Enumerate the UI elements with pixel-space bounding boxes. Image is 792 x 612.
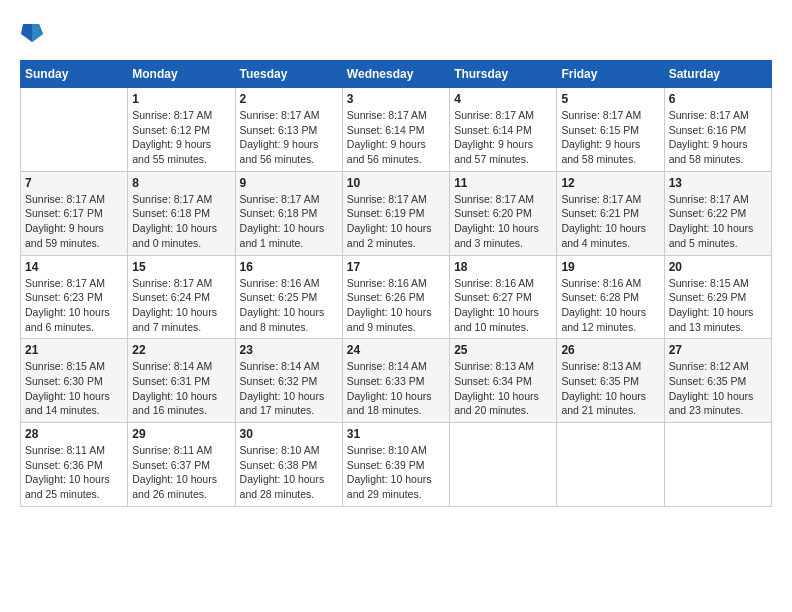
day-cell: 5Sunrise: 8:17 AMSunset: 6:15 PMDaylight… <box>557 88 664 172</box>
day-info: Sunrise: 8:16 AMSunset: 6:25 PMDaylight:… <box>240 276 338 335</box>
day-info: Sunrise: 8:17 AMSunset: 6:12 PMDaylight:… <box>132 108 230 167</box>
day-info: Sunrise: 8:17 AMSunset: 6:24 PMDaylight:… <box>132 276 230 335</box>
day-info: Sunrise: 8:17 AMSunset: 6:16 PMDaylight:… <box>669 108 767 167</box>
day-number: 15 <box>132 260 230 274</box>
day-number: 25 <box>454 343 552 357</box>
day-cell: 9Sunrise: 8:17 AMSunset: 6:18 PMDaylight… <box>235 171 342 255</box>
day-cell: 25Sunrise: 8:13 AMSunset: 6:34 PMDayligh… <box>450 339 557 423</box>
day-info: Sunrise: 8:16 AMSunset: 6:26 PMDaylight:… <box>347 276 445 335</box>
day-number: 7 <box>25 176 123 190</box>
day-info: Sunrise: 8:17 AMSunset: 6:19 PMDaylight:… <box>347 192 445 251</box>
day-cell: 24Sunrise: 8:14 AMSunset: 6:33 PMDayligh… <box>342 339 449 423</box>
day-info: Sunrise: 8:16 AMSunset: 6:27 PMDaylight:… <box>454 276 552 335</box>
day-cell <box>664 423 771 507</box>
week-row-4: 28Sunrise: 8:11 AMSunset: 6:36 PMDayligh… <box>21 423 772 507</box>
col-wednesday: Wednesday <box>342 61 449 88</box>
day-cell: 10Sunrise: 8:17 AMSunset: 6:19 PMDayligh… <box>342 171 449 255</box>
day-info: Sunrise: 8:17 AMSunset: 6:22 PMDaylight:… <box>669 192 767 251</box>
col-tuesday: Tuesday <box>235 61 342 88</box>
day-cell: 21Sunrise: 8:15 AMSunset: 6:30 PMDayligh… <box>21 339 128 423</box>
day-number: 5 <box>561 92 659 106</box>
header-row: Sunday Monday Tuesday Wednesday Thursday… <box>21 61 772 88</box>
day-info: Sunrise: 8:16 AMSunset: 6:28 PMDaylight:… <box>561 276 659 335</box>
page-header <box>20 20 772 44</box>
week-row-1: 7Sunrise: 8:17 AMSunset: 6:17 PMDaylight… <box>21 171 772 255</box>
day-number: 29 <box>132 427 230 441</box>
day-info: Sunrise: 8:14 AMSunset: 6:32 PMDaylight:… <box>240 359 338 418</box>
day-cell <box>557 423 664 507</box>
day-number: 12 <box>561 176 659 190</box>
day-info: Sunrise: 8:17 AMSunset: 6:21 PMDaylight:… <box>561 192 659 251</box>
day-cell: 6Sunrise: 8:17 AMSunset: 6:16 PMDaylight… <box>664 88 771 172</box>
day-info: Sunrise: 8:13 AMSunset: 6:34 PMDaylight:… <box>454 359 552 418</box>
day-cell: 18Sunrise: 8:16 AMSunset: 6:27 PMDayligh… <box>450 255 557 339</box>
logo <box>20 20 44 44</box>
day-cell <box>450 423 557 507</box>
day-cell: 30Sunrise: 8:10 AMSunset: 6:38 PMDayligh… <box>235 423 342 507</box>
day-info: Sunrise: 8:17 AMSunset: 6:14 PMDaylight:… <box>347 108 445 167</box>
day-cell: 27Sunrise: 8:12 AMSunset: 6:35 PMDayligh… <box>664 339 771 423</box>
day-number: 22 <box>132 343 230 357</box>
day-info: Sunrise: 8:14 AMSunset: 6:33 PMDaylight:… <box>347 359 445 418</box>
svg-marker-1 <box>32 24 43 42</box>
day-cell: 7Sunrise: 8:17 AMSunset: 6:17 PMDaylight… <box>21 171 128 255</box>
day-number: 23 <box>240 343 338 357</box>
day-cell: 31Sunrise: 8:10 AMSunset: 6:39 PMDayligh… <box>342 423 449 507</box>
day-info: Sunrise: 8:10 AMSunset: 6:38 PMDaylight:… <box>240 443 338 502</box>
day-info: Sunrise: 8:17 AMSunset: 6:20 PMDaylight:… <box>454 192 552 251</box>
day-info: Sunrise: 8:17 AMSunset: 6:18 PMDaylight:… <box>132 192 230 251</box>
day-number: 13 <box>669 176 767 190</box>
day-cell: 23Sunrise: 8:14 AMSunset: 6:32 PMDayligh… <box>235 339 342 423</box>
day-cell: 19Sunrise: 8:16 AMSunset: 6:28 PMDayligh… <box>557 255 664 339</box>
day-cell: 16Sunrise: 8:16 AMSunset: 6:25 PMDayligh… <box>235 255 342 339</box>
day-number: 24 <box>347 343 445 357</box>
day-number: 21 <box>25 343 123 357</box>
day-cell: 13Sunrise: 8:17 AMSunset: 6:22 PMDayligh… <box>664 171 771 255</box>
day-info: Sunrise: 8:12 AMSunset: 6:35 PMDaylight:… <box>669 359 767 418</box>
day-number: 9 <box>240 176 338 190</box>
day-cell: 14Sunrise: 8:17 AMSunset: 6:23 PMDayligh… <box>21 255 128 339</box>
col-monday: Monday <box>128 61 235 88</box>
day-cell: 26Sunrise: 8:13 AMSunset: 6:35 PMDayligh… <box>557 339 664 423</box>
col-sunday: Sunday <box>21 61 128 88</box>
day-number: 31 <box>347 427 445 441</box>
day-number: 6 <box>669 92 767 106</box>
week-row-3: 21Sunrise: 8:15 AMSunset: 6:30 PMDayligh… <box>21 339 772 423</box>
day-info: Sunrise: 8:13 AMSunset: 6:35 PMDaylight:… <box>561 359 659 418</box>
day-number: 20 <box>669 260 767 274</box>
day-number: 18 <box>454 260 552 274</box>
day-number: 26 <box>561 343 659 357</box>
day-number: 10 <box>347 176 445 190</box>
day-number: 17 <box>347 260 445 274</box>
day-number: 30 <box>240 427 338 441</box>
day-cell: 17Sunrise: 8:16 AMSunset: 6:26 PMDayligh… <box>342 255 449 339</box>
calendar-table: Sunday Monday Tuesday Wednesday Thursday… <box>20 60 772 507</box>
day-info: Sunrise: 8:14 AMSunset: 6:31 PMDaylight:… <box>132 359 230 418</box>
day-number: 3 <box>347 92 445 106</box>
day-cell: 4Sunrise: 8:17 AMSunset: 6:14 PMDaylight… <box>450 88 557 172</box>
day-number: 4 <box>454 92 552 106</box>
day-number: 14 <box>25 260 123 274</box>
day-cell: 28Sunrise: 8:11 AMSunset: 6:36 PMDayligh… <box>21 423 128 507</box>
col-thursday: Thursday <box>450 61 557 88</box>
day-number: 19 <box>561 260 659 274</box>
day-number: 8 <box>132 176 230 190</box>
week-row-0: 1Sunrise: 8:17 AMSunset: 6:12 PMDaylight… <box>21 88 772 172</box>
day-info: Sunrise: 8:17 AMSunset: 6:17 PMDaylight:… <box>25 192 123 251</box>
col-saturday: Saturday <box>664 61 771 88</box>
day-cell: 12Sunrise: 8:17 AMSunset: 6:21 PMDayligh… <box>557 171 664 255</box>
day-number: 28 <box>25 427 123 441</box>
day-cell: 22Sunrise: 8:14 AMSunset: 6:31 PMDayligh… <box>128 339 235 423</box>
day-info: Sunrise: 8:15 AMSunset: 6:30 PMDaylight:… <box>25 359 123 418</box>
day-cell: 29Sunrise: 8:11 AMSunset: 6:37 PMDayligh… <box>128 423 235 507</box>
day-cell: 15Sunrise: 8:17 AMSunset: 6:24 PMDayligh… <box>128 255 235 339</box>
day-cell: 20Sunrise: 8:15 AMSunset: 6:29 PMDayligh… <box>664 255 771 339</box>
day-info: Sunrise: 8:17 AMSunset: 6:13 PMDaylight:… <box>240 108 338 167</box>
day-number: 16 <box>240 260 338 274</box>
day-info: Sunrise: 8:11 AMSunset: 6:36 PMDaylight:… <box>25 443 123 502</box>
day-number: 27 <box>669 343 767 357</box>
day-info: Sunrise: 8:17 AMSunset: 6:15 PMDaylight:… <box>561 108 659 167</box>
day-cell: 2Sunrise: 8:17 AMSunset: 6:13 PMDaylight… <box>235 88 342 172</box>
col-friday: Friday <box>557 61 664 88</box>
day-cell <box>21 88 128 172</box>
